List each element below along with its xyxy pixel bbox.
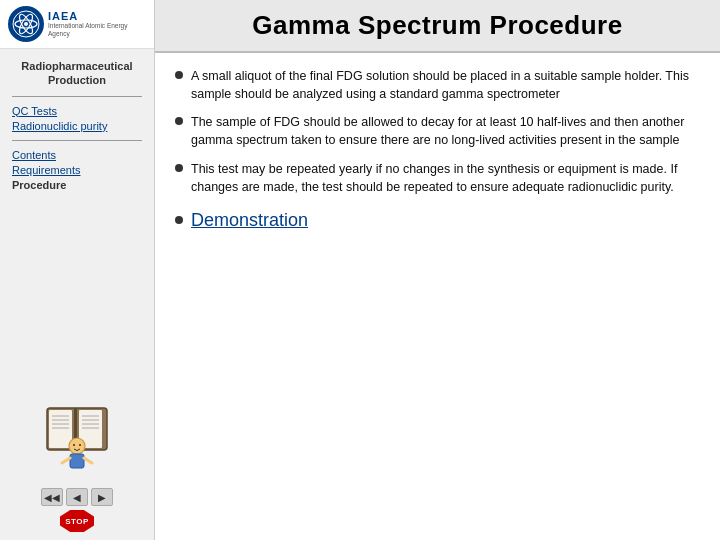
main-body: A small aliquot of the final FDG solutio… [155,53,720,540]
svg-point-19 [79,444,81,446]
bullet-text-3: This test may be repeated yearly if no c… [191,160,700,196]
sidebar-section-title: Radiopharmaceutical Production [12,59,142,88]
iaea-logo-circle [8,6,44,42]
sidebar-item-qc-tests[interactable]: QC Tests [12,105,142,117]
svg-line-22 [84,458,92,463]
logo-area: IAEA International Atomic Energy Agency [0,0,154,49]
sidebar-bottom: ◀◀ ◀ ▶ STOP [0,488,154,540]
nav-buttons-row: ◀◀ ◀ ▶ [41,488,113,506]
bullet-text-1: A small aliquot of the final FDG solutio… [191,67,700,103]
svg-rect-20 [70,454,84,468]
page-title: Gamma Spectrum Procedure [175,10,700,41]
sidebar-item-contents[interactable]: Contents [12,149,142,161]
sidebar-navigation: Radiopharmaceutical Production QC Tests … [0,49,154,378]
prev-button[interactable]: ◀ [66,488,88,506]
bullet-dot [175,164,183,172]
sidebar-item-requirements[interactable]: Requirements [12,164,142,176]
sidebar-illustration [0,378,154,488]
iaea-subtitle-text: International Atomic Energy Agency [48,22,146,39]
main-header: Gamma Spectrum Procedure [155,0,720,53]
list-item: The sample of FDG should be allowed to d… [175,113,700,149]
sidebar-item-radionuclidic[interactable]: Radionuclidic purity [12,120,142,132]
list-item: This test may be repeated yearly if no c… [175,160,700,196]
list-item: A small aliquot of the final FDG solutio… [175,67,700,103]
svg-point-18 [73,444,75,446]
iaea-title-text: IAEA [48,10,146,22]
bullet-dot [175,117,183,125]
bullet-text-2: The sample of FDG should be allowed to d… [191,113,700,149]
sidebar-divider [12,96,142,97]
sidebar: IAEA International Atomic Energy Agency … [0,0,155,540]
svg-point-17 [69,438,85,454]
bullet-dot [175,71,183,79]
demo-bullet-dot [175,216,183,224]
bullet-list: A small aliquot of the final FDG solutio… [175,67,700,196]
demonstration-link[interactable]: Demonstration [191,210,308,231]
iaea-logo-text: IAEA International Atomic Energy Agency [48,10,146,39]
svg-line-21 [62,458,70,463]
next-button[interactable]: ▶ [91,488,113,506]
first-button[interactable]: ◀◀ [41,488,63,506]
sidebar-divider-2 [12,140,142,141]
stop-button[interactable]: STOP [60,510,94,532]
demonstration-item: Demonstration [175,210,700,231]
main-content: Gamma Spectrum Procedure A small aliquot… [155,0,720,540]
svg-point-4 [24,22,28,26]
sidebar-item-procedure[interactable]: Procedure [12,179,142,191]
